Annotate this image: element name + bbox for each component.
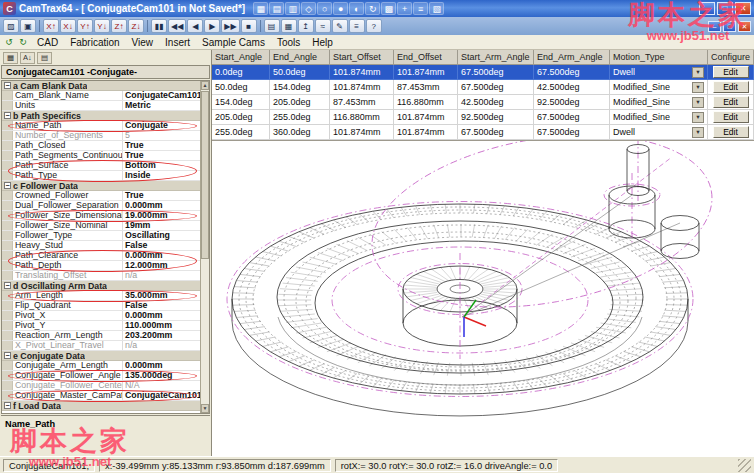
collapse-icon[interactable]: − [4,182,11,189]
cam-3d-viewport[interactable] [212,140,754,456]
menu-view[interactable]: View [126,37,160,48]
collapse-icon[interactable]: − [4,82,11,89]
step-back-button[interactable]: ◀◀ [168,19,186,33]
edit-button[interactable]: Edit [713,126,749,138]
menu-fabrication[interactable]: Fabrication [64,37,125,48]
section-a-cam-blank-data[interactable]: −a Cam Blank Data [2,81,200,91]
collapse-icon[interactable]: − [4,352,11,359]
property-row-follower-type[interactable]: Follower_TypeOscillating [2,231,200,241]
view-grid-icon[interactable]: ▦ [253,2,268,15]
pen-icon[interactable]: ✎ [332,19,348,33]
property-row-cam-blank-name[interactable]: Cam_Blank_NameConjugateCam101 [2,91,200,101]
property-row-path-clearance[interactable]: Path_Clearance0.000mm [2,251,200,261]
rotate-z-up-button[interactable]: Z↑ [111,19,127,33]
column-header-start-offset[interactable]: Start_Offset [330,50,394,65]
print-icon[interactable]: ▤ [264,19,280,33]
minimize-button[interactable]: – [699,2,715,15]
menu-help[interactable]: Help [306,37,339,48]
save-all-icon[interactable]: ▦ [281,19,297,33]
step-forward-button[interactable]: ▶▶ [221,19,239,33]
collapse-icon[interactable]: − [4,112,11,119]
column-header-end-angle[interactable]: End_Angle [270,50,330,65]
property-row-dual-follower-separation[interactable]: Dual_Follower_Separation0.000mm [2,201,200,211]
motion-type-dropdown-icon[interactable]: ▼ [692,97,704,108]
property-row-follower-size-dimensional[interactable]: Follower_Size_Dimensional19.000mm [2,211,200,221]
resize-grip[interactable] [738,459,751,472]
column-header-end-arm-angle[interactable]: End_Arm_Angle [534,50,610,65]
menu-tools[interactable]: Tools [271,37,306,48]
menu-insert[interactable]: Insert [159,37,196,48]
maximize-button[interactable]: □ [717,2,733,15]
property-row-reaction-arm-length[interactable]: Reaction_Arm_Length203.200mm [2,331,200,341]
section-b-path-specifics[interactable]: −b Path Specifics [2,111,200,121]
collapse-icon[interactable]: − [4,282,11,289]
child-minimize-button[interactable]: – [708,21,721,32]
half-shade-view-icon[interactable]: ◐ [349,2,364,15]
property-row-pivot-y[interactable]: Pivot_Y110.000mm [2,321,200,331]
column-header-start-arm-angle[interactable]: Start_Arm_Angle [458,50,534,65]
collapse-icon[interactable]: − [4,402,11,409]
view-front-icon[interactable]: ▤ [269,2,284,15]
section-f-load-data[interactable]: −f Load Data [2,401,200,411]
scroll-down-icon[interactable]: ▼ [201,404,209,413]
rotate-y-down-button[interactable]: Y↓ [94,19,110,33]
rotate-view-icon[interactable]: ↻ [365,2,380,15]
section-d-oscillating-arm-data[interactable]: −d Oscillating Arm Data [2,281,200,291]
edit-button[interactable]: Edit [713,81,749,93]
property-row-x-pivot-linear-travel[interactable]: X_Pivot_Linear_Traveln/a [2,341,200,351]
property-row-conjugate-arm-length[interactable]: Conjugate_Arm_Length0.000mm [2,361,200,371]
scrollbar-thumb[interactable] [201,91,209,259]
edit-button[interactable]: Edit [713,96,749,108]
property-row-units[interactable]: UnitsMetric [2,101,200,111]
property-row-conjugate-follower-center-distar[interactable]: Conjugate_Follower_Center_DistarN/A [2,381,200,391]
rotate-x-down-button[interactable]: X↓ [60,19,76,33]
stop-button[interactable]: ■ [241,19,257,33]
help-icon[interactable]: ? [366,19,382,33]
menu-cad[interactable]: CAD [31,37,64,48]
property-row-pivot-x[interactable]: Pivot_X0.000mm [2,311,200,321]
property-pages-icon[interactable]: ▤ [37,52,52,64]
column-header-motion-type[interactable]: Motion_Type [610,50,708,65]
property-row-arm-length[interactable]: Arm_Length35.000mm [2,291,200,301]
edit-button[interactable]: Edit [713,66,749,78]
column-header-configure[interactable]: Configure [708,50,754,65]
play-button[interactable]: ▶ [204,19,220,33]
graph-icon[interactable]: ≈ [315,19,331,33]
zoom-in-icon[interactable]: + [397,2,412,15]
property-row-heavy-stud[interactable]: Heavy_StudFalse [2,241,200,251]
property-row-path-segments-continuous[interactable]: Path_Segments_ContinuousTrue [2,151,200,161]
pause-button[interactable]: ▮▮ [151,19,167,33]
menu-sample-cams[interactable]: Sample Cams [196,37,271,48]
property-row-path-type[interactable]: Path_TypeInside [2,171,200,181]
property-row-translating-offset[interactable]: Translating_Offsetn/a [2,271,200,281]
section-c-follower-data[interactable]: −c Follower Data [2,181,200,191]
shaded-view-icon[interactable]: ● [333,2,348,15]
segment-row-2[interactable]: 50.0deg154.0deg101.874mm87.453mm67.500de… [212,80,754,95]
edit-button[interactable]: Edit [713,111,749,123]
property-row-flip-quadrant[interactable]: Flip_QuadrantFalse [2,301,200,311]
open-icon[interactable]: ▨ [3,19,19,33]
column-header-start-angle[interactable]: Start_Angle [212,50,270,65]
section-view-icon[interactable]: ▧ [429,2,444,15]
rotate-x-up-button[interactable]: X↑ [43,19,59,33]
alphabetical-sort-icon[interactable]: A↓ [20,52,35,64]
motion-type-dropdown-icon[interactable]: ▼ [692,127,704,138]
close-button[interactable]: ✕ [735,2,751,15]
motion-type-dropdown-icon[interactable]: ▼ [692,112,704,123]
scrollbar-track[interactable] [201,260,209,404]
cam-selector[interactable]: ConjugateCam101 -Conjugate- [1,65,210,79]
segment-row-1[interactable]: 0.0deg50.0deg101.874mm101.874mm67.500deg… [212,65,754,80]
rotate-y-up-button[interactable]: Y↑ [77,19,93,33]
property-row-conjugate-master-campath[interactable]: Conjugate_Master_CamPathConjugateCam101 … [2,391,200,401]
segment-row-5[interactable]: 255.0deg360.0deg101.874mm101.874mm67.500… [212,125,754,140]
property-row-path-surface[interactable]: Path_SurfaceBottom [2,161,200,171]
view-top-icon[interactable]: ▥ [285,2,300,15]
property-row-name-path[interactable]: Name_PathConjugate [2,121,200,131]
property-row-path-depth[interactable]: Path_Depth12.000mm [2,261,200,271]
play-reverse-button[interactable]: ◀ [187,19,203,33]
notes-icon[interactable]: ≡ [349,19,365,33]
motion-type-dropdown-icon[interactable]: ▼ [692,67,704,78]
undo-icon[interactable]: ↺ [2,36,16,48]
save-icon[interactable]: ▣ [20,19,36,33]
column-header-end-offset[interactable]: End_Offset [394,50,458,65]
